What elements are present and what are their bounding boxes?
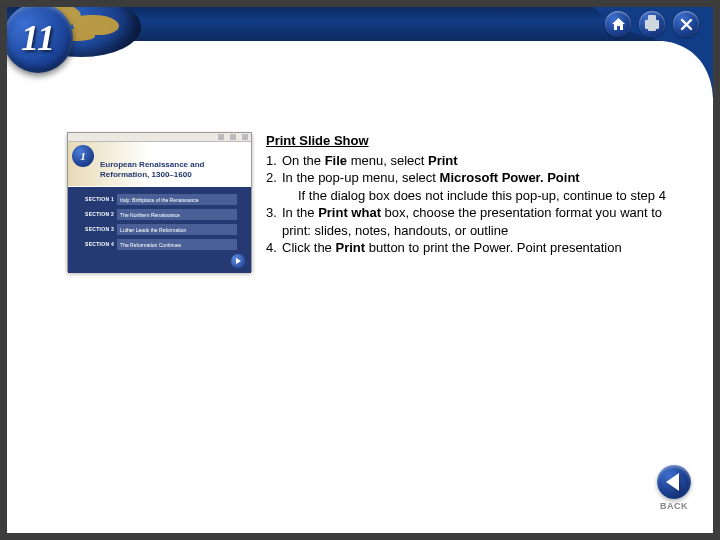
thumb-section-row: SECTION 2The Northern Renaissance: [82, 209, 237, 220]
thumb-section-row: SECTION 3Luther Leads the Reformation: [82, 224, 237, 235]
step-number: 3.: [266, 204, 282, 239]
instructions-title: Print Slide Show: [266, 132, 673, 150]
chapter-number: 11: [21, 17, 55, 59]
instruction-step: 1.On the File menu, select Print: [266, 152, 673, 170]
chapter-badge: 11: [7, 7, 73, 73]
thumb-badge: [72, 145, 94, 167]
step-text: In the Print what box, choose the presen…: [282, 204, 673, 239]
chapter-badge-group: 11: [7, 7, 133, 93]
instruction-step: 3.In the Print what box, choose the pres…: [266, 204, 673, 239]
thumb-titlebar: [68, 133, 251, 142]
step-text: If the dialog box does not include this …: [298, 187, 673, 205]
back-label: BACK: [657, 501, 691, 511]
thumb-section-row: SECTION 4The Reformation Continues: [82, 239, 237, 250]
step-text: On the File menu, select Print: [282, 152, 673, 170]
step-text: Click the Print button to print the Powe…: [282, 239, 673, 257]
back-button[interactable]: BACK: [657, 465, 691, 511]
step-number: 2.: [266, 169, 282, 187]
top-icon-group: [605, 11, 699, 37]
slide-thumbnail: European Renaissance and Reformation, 13…: [67, 132, 252, 272]
thumb-title: European Renaissance and Reformation, 13…: [100, 160, 251, 179]
thumb-section-row: SECTION 1Italy: Birthplace of the Renais…: [82, 194, 237, 205]
print-button[interactable]: [639, 11, 665, 37]
instruction-step: If the dialog box does not include this …: [266, 187, 673, 205]
thumb-next-icon: [231, 254, 245, 268]
thumb-body: European Renaissance and Reformation, 13…: [68, 142, 251, 273]
instruction-step: 2.In the pop-up menu, select Microsoft P…: [266, 169, 673, 187]
close-button[interactable]: [673, 11, 699, 37]
step-text: In the pop-up menu, select Microsoft Pow…: [282, 169, 673, 187]
back-arrow-icon: [657, 465, 691, 499]
step-number: 4.: [266, 239, 282, 257]
step-number: 1.: [266, 152, 282, 170]
instructions: Print Slide Show 1.On the File menu, sel…: [266, 132, 673, 257]
slide-stage: 11 European Renaissance and Reformation,…: [0, 0, 720, 540]
home-button[interactable]: [605, 11, 631, 37]
content-area: European Renaissance and Reformation, 13…: [67, 132, 673, 272]
instruction-step: 4.Click the Print button to print the Po…: [266, 239, 673, 257]
slide-inner: 11 European Renaissance and Reformation,…: [7, 7, 713, 533]
step-number: [266, 187, 282, 205]
printer-icon: [645, 20, 659, 29]
